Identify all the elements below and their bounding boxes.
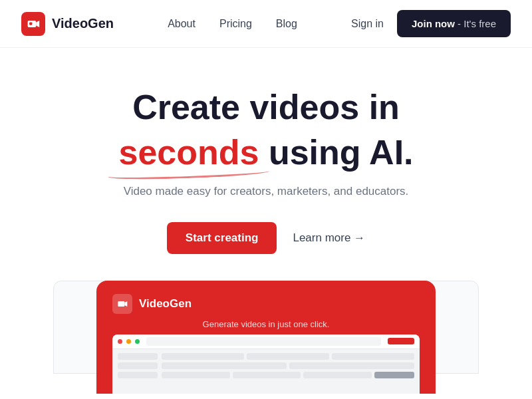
dot-yellow (126, 339, 131, 344)
demo-url-bar (146, 337, 381, 346)
demo-sidebar-item (118, 372, 158, 378)
demo-cell (162, 353, 244, 360)
svg-rect-3 (118, 301, 124, 307)
demo-cell (233, 372, 301, 378)
demo-cell (162, 362, 287, 369)
demo-main-row (162, 362, 414, 369)
demo-camera-icon (117, 299, 128, 309)
demo-main (162, 353, 414, 390)
nav-links: About Pricing Blog (168, 18, 297, 30)
hero-section: Create videos in seconds using AI. Video… (0, 48, 532, 394)
dot-red (118, 339, 122, 344)
hero-buttons: Start creating Learn more → (167, 222, 365, 254)
demo-sidebar (118, 353, 158, 390)
demo-cell (162, 372, 230, 378)
nav-link-pricing[interactable]: Pricing (219, 18, 252, 30)
nav-link-blog[interactable]: Blog (276, 18, 297, 30)
demo-screen (112, 334, 420, 394)
learn-more-link[interactable]: Learn more → (293, 231, 365, 245)
nav-actions: Sign in Join now - It's free (351, 10, 511, 37)
demo-logo-text: VideoGen (139, 297, 192, 311)
logo-text: VideoGen (52, 16, 114, 31)
start-creating-button[interactable]: Start creating (167, 222, 277, 254)
navbar: VideoGen About Pricing Blog Sign in Join… (0, 0, 532, 48)
svg-marker-1 (36, 21, 39, 27)
join-button-sub: - It's free (455, 18, 496, 29)
join-button[interactable]: Join now - It's free (397, 10, 511, 37)
demo-main-row (162, 353, 414, 360)
demo-cell (303, 372, 372, 378)
hero-subtitle: Video made easy for creators, marketers,… (124, 185, 409, 198)
hero-title-line2: seconds using AI. (118, 133, 413, 173)
nav-link-about[interactable]: About (168, 18, 196, 30)
demo-header: VideoGen (112, 294, 420, 314)
demo-logo-icon (112, 294, 132, 314)
logo[interactable]: VideoGen (21, 12, 114, 36)
svg-rect-2 (29, 22, 32, 25)
sign-in-link[interactable]: Sign in (351, 18, 384, 30)
demo-cell (332, 353, 414, 360)
demo-thumbnail (374, 372, 414, 378)
demo-main-row (162, 372, 414, 378)
demo-topbar (112, 334, 420, 349)
demo-tagline: Generate videos in just one click. (112, 319, 420, 329)
demo-container: VideoGen Generate videos in just one cli… (0, 281, 532, 394)
svg-marker-4 (124, 301, 127, 307)
hero-title-rest: using AI. (269, 133, 414, 172)
logo-icon (21, 12, 45, 36)
demo-cell (247, 353, 329, 360)
demo-sidebar-item (118, 362, 158, 369)
dot-green (135, 339, 140, 344)
demo-cell (289, 362, 414, 369)
demo-card: VideoGen Generate videos in just one cli… (96, 281, 436, 394)
demo-action-btn (388, 338, 414, 344)
hero-title-red: seconds (118, 133, 259, 173)
join-button-main: Join now (412, 18, 455, 29)
demo-screen-content (112, 349, 420, 394)
hero-title-line1: Create videos in (132, 88, 400, 128)
camera-icon (27, 17, 40, 31)
demo-sidebar-item (118, 353, 158, 360)
